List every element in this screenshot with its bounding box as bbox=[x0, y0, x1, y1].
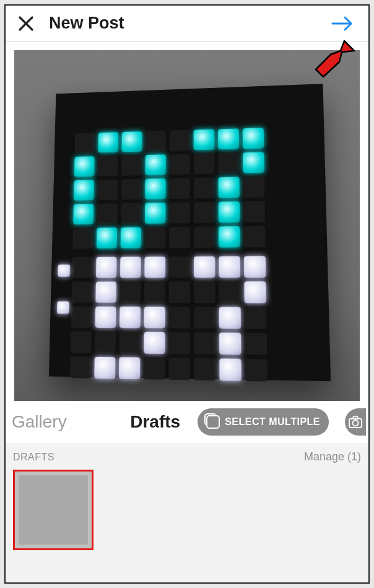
drafts-section: DRAFTS Manage (1) bbox=[6, 443, 368, 582]
draft-thumbnail[interactable] bbox=[13, 470, 94, 550]
select-multiple-label: SELECT MULTIPLE bbox=[225, 416, 320, 428]
arrow-right-icon bbox=[330, 14, 355, 33]
header-bar: New Post bbox=[6, 6, 368, 42]
app-frame: New Post bbox=[4, 4, 370, 584]
photo-preview[interactable] bbox=[6, 42, 368, 401]
page-title: New Post bbox=[49, 14, 124, 33]
tab-drafts[interactable]: Drafts bbox=[130, 412, 180, 432]
source-tabs: Gallery Drafts SELECT MULTIPLE bbox=[6, 401, 368, 443]
select-multiple-button[interactable]: SELECT MULTIPLE bbox=[198, 408, 329, 436]
drafts-title: DRAFTS bbox=[13, 452, 54, 463]
clock-device bbox=[49, 84, 331, 381]
camera-button[interactable] bbox=[345, 408, 366, 436]
stack-icon bbox=[206, 415, 220, 429]
manage-drafts-button[interactable]: Manage (1) bbox=[304, 450, 361, 463]
svg-rect-5 bbox=[353, 416, 357, 419]
next-button[interactable] bbox=[328, 11, 357, 36]
svg-point-4 bbox=[352, 420, 358, 426]
close-icon bbox=[17, 15, 35, 32]
camera-icon bbox=[349, 416, 362, 428]
close-button[interactable] bbox=[14, 12, 38, 35]
tab-gallery[interactable]: Gallery bbox=[12, 412, 67, 432]
